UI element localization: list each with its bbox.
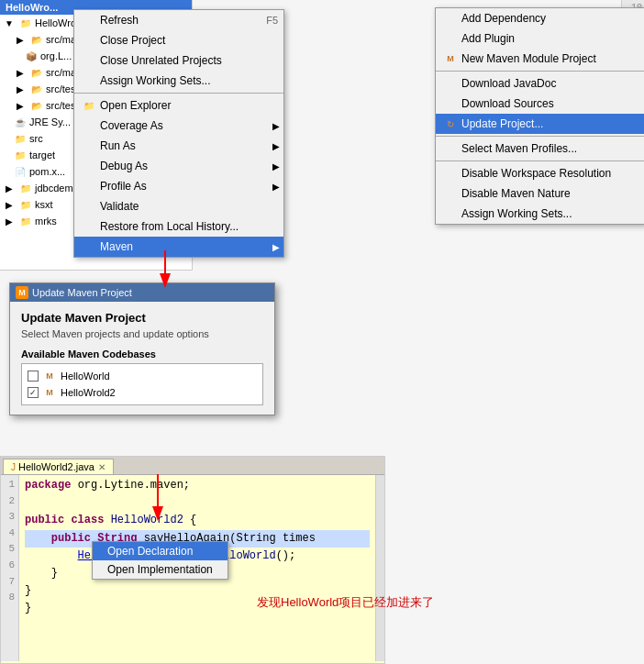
menu-item-download-javadoc[interactable]: Download JavaDoc [436, 73, 644, 94]
jar-icon: ☕ [13, 115, 28, 129]
expand-icon6: ▶ [2, 197, 17, 212]
list-item-hellowrold2[interactable]: ✓ M HelloWrold2 [26, 384, 259, 401]
submenu-arrow-debug: ▶ [272, 161, 280, 172]
menu-item-disable-maven-nature[interactable]: Disable Maven Nature [436, 183, 644, 204]
menu-item-validate[interactable]: Validate [74, 196, 283, 216]
editor-scrollbar[interactable] [375, 475, 384, 661]
expand-icon5: ▶ [2, 181, 17, 195]
dialog-title-label: Update Maven Project [32, 287, 132, 298]
validate-icon [82, 199, 96, 214]
open-explorer-icon: 📁 [82, 98, 96, 113]
checkbox-hellowrold2[interactable]: ✓ [28, 387, 39, 398]
menu-item-disable-workspace[interactable]: Disable Workspace Resolution [436, 163, 644, 183]
java-file-icon: J [11, 462, 16, 472]
folder-icon4: 📂 [29, 98, 44, 113]
menu-item-close-project[interactable]: Close Project [74, 30, 283, 50]
tab-label: HelloWorld2.java [18, 461, 94, 472]
close-project-icon [82, 33, 96, 48]
folder-icon3: 📂 [29, 82, 44, 96]
debug-icon [82, 159, 96, 173]
disable-workspace-icon [443, 166, 458, 181]
expand-icon3: ▶ [13, 82, 28, 96]
separator-1 [74, 93, 283, 94]
separator-right-2 [436, 136, 644, 137]
run-icon [82, 138, 96, 153]
expand-icon: ▶ [13, 32, 28, 47]
select-profiles-icon [443, 141, 458, 156]
submenu-arrow-profile: ▶ [272, 182, 280, 192]
menu-item-open-implementation[interactable]: Open Implementation [93, 560, 228, 579]
separator-right-3 [436, 160, 644, 161]
update-project-icon: ↻ [443, 116, 458, 131]
folder-icon2: 📂 [29, 65, 44, 80]
expand-icon2: ▶ [13, 65, 28, 80]
list-item-helloworld[interactable]: M HelloWorld [26, 368, 259, 384]
project-icon2: 📁 [18, 181, 33, 195]
assign-sets-icon [82, 73, 96, 88]
code-line-2 [25, 494, 370, 512]
update-maven-dialog: M Update Maven Project Update Maven Proj… [9, 282, 275, 415]
menu-item-profile-as[interactable]: Profile As ▶ [74, 176, 283, 196]
submenu-arrow-maven: ▶ [272, 242, 280, 252]
code-line-3: public class HelloWorld2 { [25, 512, 370, 529]
dialog-subtitle: Select Maven projects and update options [21, 328, 263, 339]
menu-item-new-maven-module[interactable]: M New Maven Module Project [436, 49, 644, 69]
menu-item-select-profiles[interactable]: Select Maven Profiles... [436, 138, 644, 159]
editor-mini-context-menu: Open Declaration Open Implementation [92, 541, 228, 580]
project-icon: 📁 [18, 16, 33, 30]
dialog-body: Update Maven Project Select Maven projec… [10, 302, 274, 415]
restore-icon [82, 219, 96, 234]
expand-icon4: ▶ [13, 98, 28, 113]
project-icon3: 📁 [18, 197, 33, 212]
red-arrow-annotation-1 [156, 246, 193, 294]
menu-item-coverage-as[interactable]: Coverage As ▶ [74, 116, 283, 136]
menu-item-assign-sets[interactable]: Assign Working Sets... [74, 71, 283, 91]
add-plugin-icon [443, 31, 458, 46]
menu-item-assign-working-sets[interactable]: Assign Working Sets... [436, 204, 644, 224]
menu-item-open-declaration[interactable]: Open Declaration [93, 542, 228, 560]
tab-close-button[interactable]: ✕ [98, 462, 105, 472]
submenu-arrow-coverage: ▶ [272, 121, 280, 131]
assign-working-sets-icon [443, 206, 458, 221]
menu-item-open-explorer[interactable]: 📁 Open Explorer [74, 95, 283, 116]
expand-icon7: ▶ [2, 214, 17, 228]
project-icon4: 📁 [18, 214, 33, 228]
list-item-helloworld-label: HelloWorld [61, 371, 110, 382]
context-menu-main: Refresh F5 Close Project Close Unrelated… [73, 9, 284, 258]
list-item-hellowrold2-label: HelloWrold2 [61, 387, 116, 398]
code-line-1: package org.Lytine.maven; [25, 477, 370, 494]
list-helloworld-icon: M [42, 369, 57, 383]
separator-right-1 [436, 71, 644, 72]
menu-item-run-as[interactable]: Run As ▶ [74, 136, 283, 156]
coverage-icon [82, 118, 96, 133]
active-tab[interactable]: J HelloWorld2.java ✕ [3, 459, 114, 474]
submenu-arrow-run: ▶ [272, 141, 280, 151]
download-sources-icon [443, 96, 458, 111]
checkbox-helloworld[interactable] [28, 371, 39, 382]
dialog-title-icon: M [16, 286, 28, 299]
folder-icon5: 📁 [13, 131, 28, 146]
folder-icon6: 📁 [13, 148, 28, 162]
menu-item-restore[interactable]: Restore from Local History... [74, 216, 283, 237]
context-menu-maven: Add Dependency Add Plugin M New Maven Mo… [435, 7, 644, 225]
menu-item-refresh[interactable]: Refresh F5 [74, 10, 283, 30]
dialog-listbox: M HelloWorld ✓ M HelloWrold2 [21, 363, 263, 405]
editor-tab-bar: J HelloWorld2.java ✕ [1, 457, 384, 475]
profile-icon [82, 179, 96, 194]
callout-annotation: 发现HelloWorld项目已经加进来了 [257, 594, 434, 611]
menu-item-add-dependency[interactable]: Add Dependency [436, 8, 644, 28]
menu-item-close-unrelated[interactable]: Close Unrelated Projects [74, 50, 283, 71]
dialog-heading: Update Maven Project [21, 311, 263, 325]
disable-maven-nature-icon [443, 186, 458, 201]
close-unrelated-icon [82, 53, 96, 68]
list-hellowrold2-icon: M [42, 385, 57, 400]
menu-item-debug-as[interactable]: Debug As ▶ [74, 156, 283, 176]
package-icon: 📦 [24, 49, 39, 63]
maven-icon [82, 239, 96, 254]
expand-icon: ▼ [2, 16, 17, 30]
line-numbers-column: 1 2 3 4 5 6 7 8 [1, 475, 19, 661]
menu-item-update-project[interactable]: ↻ Update Project... [436, 114, 644, 134]
menu-item-add-plugin[interactable]: Add Plugin [436, 28, 644, 49]
menu-item-download-sources[interactable]: Download Sources [436, 94, 644, 114]
new-module-icon: M [443, 51, 458, 66]
